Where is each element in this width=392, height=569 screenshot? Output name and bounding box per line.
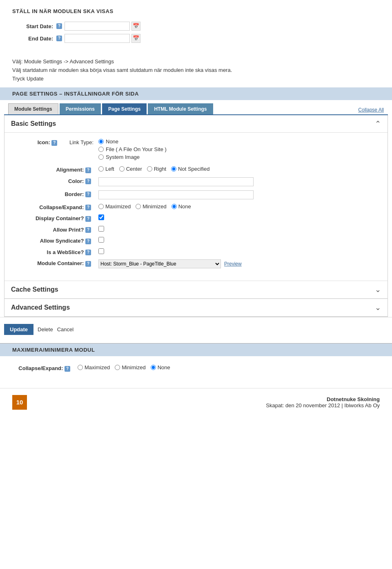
end-date-calendar-icon[interactable]: 📅 [131,34,140,43]
update-button[interactable]: Update [4,324,33,335]
bottom-buttons: Update Delete Cancel [0,317,392,341]
allow-print-controls [98,226,375,232]
link-type-none-label[interactable]: None [106,138,118,145]
collapse-expand-row: Collapse/Expand: ? Maximized Minimized N… [17,203,375,211]
icon-link-type-row: Icon: ? Link Type: None File ( A File On… [17,138,375,162]
module-container-select[interactable]: Host: Storm_Blue - PageTitle_Blue [98,259,221,268]
tab-html-module-settings[interactable]: HTML Module Settings [148,103,213,114]
delete-button[interactable]: Delete [38,326,53,332]
end-date-label: End Date: [12,36,53,42]
allow-print-checkbox[interactable] [98,226,104,232]
allow-syndicate-help-icon[interactable]: ? [85,239,91,244]
icon-help-icon[interactable]: ? [51,140,57,146]
max-min-options: Maximized Minimized None [78,364,380,370]
collapse-maximized-radio[interactable] [98,204,104,209]
alignment-center-radio[interactable] [119,166,125,172]
collapse-minimized-label[interactable]: Minimized [136,203,167,210]
tab-permissions[interactable]: Permissions [60,103,101,114]
max-min-maximized-label[interactable]: Maximized [78,364,110,370]
link-type-file-row: File ( A File On Your Site ) [98,146,375,152]
link-type-controls: None File ( A File On Your Site ) System… [98,138,375,162]
collapse-options: Maximized Minimized None [98,203,375,210]
collapse-expand-help-icon[interactable]: ? [85,205,91,210]
display-container-help-icon[interactable]: ? [85,216,91,222]
instructions-line3: Tryck Update [0,76,392,82]
alignment-left-radio[interactable] [98,166,104,172]
collapse-expand-label: Collapse/Expand: ? [17,203,98,211]
link-type-file-label[interactable]: File ( A File On Your Site ) [106,146,167,152]
advanced-settings-header: Advanced Settings ⌄ [4,299,388,317]
link-type-none-radio[interactable] [98,139,104,144]
top-section: STÄLL IN NÄR MODULEN SKA VISAS Start Dat… [0,0,392,50]
allow-print-help-icon[interactable]: ? [85,227,91,233]
alignment-right-label[interactable]: Right [147,166,166,172]
link-type-sysimage-row: System Image [98,154,375,160]
basic-settings-chevron-up[interactable]: ⌃ [375,119,381,128]
instructions-line2: Välj startdatum när modulen ska börja vi… [12,67,380,73]
collapse-all-button[interactable]: Collapse All [358,107,384,113]
link-type-sysimage-label[interactable]: System Image [106,154,140,160]
display-container-checkbox[interactable] [98,214,104,220]
alignment-help-icon[interactable]: ? [85,167,91,173]
webslice-controls [98,248,375,254]
preview-link[interactable]: Preview [224,261,242,267]
max-min-minimized-label[interactable]: Minimized [115,364,146,370]
tabs-bar: Module Settings Permissions Page Setting… [4,100,388,115]
end-date-input[interactable] [65,34,130,43]
alignment-right-radio[interactable] [147,166,152,172]
tab-page-settings[interactable]: Page Settings [102,103,147,114]
display-container-controls [98,214,375,220]
page-settings-header: PAGE SETTINGS – INSTÄLLNINGAR FÖR SIDA [0,87,392,100]
border-label: Border: ? [17,190,98,198]
advanced-settings-chevron-down[interactable]: ⌄ [375,303,381,312]
border-input[interactable] [98,190,254,199]
webslice-help-icon[interactable]: ? [85,250,91,255]
allow-syndicate-checkbox[interactable] [98,237,104,243]
alignment-center-label[interactable]: Center [119,166,142,172]
basic-settings-body: Icon: ? Link Type: None File ( A File On… [4,133,388,281]
advanced-settings-title: Advanced Settings [11,304,70,311]
alignment-notspecified-label[interactable]: Not Specified [171,166,209,172]
max-min-help-icon[interactable]: ? [65,366,70,372]
start-date-help-icon[interactable]: ? [56,23,62,29]
basic-settings-header: Basic Settings ⌃ [4,115,388,133]
border-controls [98,190,375,199]
collapse-minimized-radio[interactable] [136,204,141,209]
module-container-help-icon[interactable]: ? [85,261,91,267]
cache-settings-header: Cache Settings ⌄ [4,281,388,299]
color-help-icon[interactable]: ? [85,179,91,184]
collapse-none-label[interactable]: None [172,203,191,210]
cancel-button[interactable]: Cancel [57,326,74,332]
alignment-notspecified-radio[interactable] [171,166,176,172]
start-date-calendar-icon[interactable]: 📅 [131,22,140,31]
alignment-left-label[interactable]: Left [98,166,114,172]
border-help-icon[interactable]: ? [85,192,91,197]
module-container-controls: Host: Storm_Blue - PageTitle_Blue Previe… [98,259,375,268]
color-row: Color: ? [17,177,375,186]
max-min-header: MAXIMERA/MINIMERA MODUL [0,343,392,356]
max-min-minimized-radio[interactable] [115,365,120,370]
collapse-maximized-label[interactable]: Maximized [98,203,131,210]
max-min-maximized-radio[interactable] [78,365,83,370]
start-date-label: Start Date: [12,23,53,29]
collapse-expand-controls: Maximized Minimized None [98,203,375,210]
module-container-inner: Host: Storm_Blue - PageTitle_Blue Previe… [98,259,375,268]
webslice-checkbox[interactable] [98,248,104,254]
border-row: Border: ? [17,190,375,199]
max-min-none-radio[interactable] [151,365,156,370]
color-label: Color: ? [17,177,98,185]
tabs-left: Module Settings Permissions Page Setting… [8,103,214,114]
color-input[interactable] [98,177,254,186]
start-date-input[interactable] [65,22,130,31]
tab-module-settings[interactable]: Module Settings [8,103,58,114]
cache-settings-chevron-down[interactable]: ⌄ [375,285,381,294]
collapse-none-radio[interactable] [172,204,177,209]
alignment-options: Left Center Right Not Specified [98,166,375,172]
webslice-label: Is a WebSlice? ? [17,248,98,256]
allow-print-label: Allow Print? ? [17,226,98,233]
link-type-file-radio[interactable] [98,147,104,152]
alignment-controls: Left Center Right Not Specified [98,166,375,172]
end-date-help-icon[interactable]: ? [56,36,62,41]
link-type-sysimage-radio[interactable] [98,154,104,160]
max-min-none-label[interactable]: None [151,364,170,370]
